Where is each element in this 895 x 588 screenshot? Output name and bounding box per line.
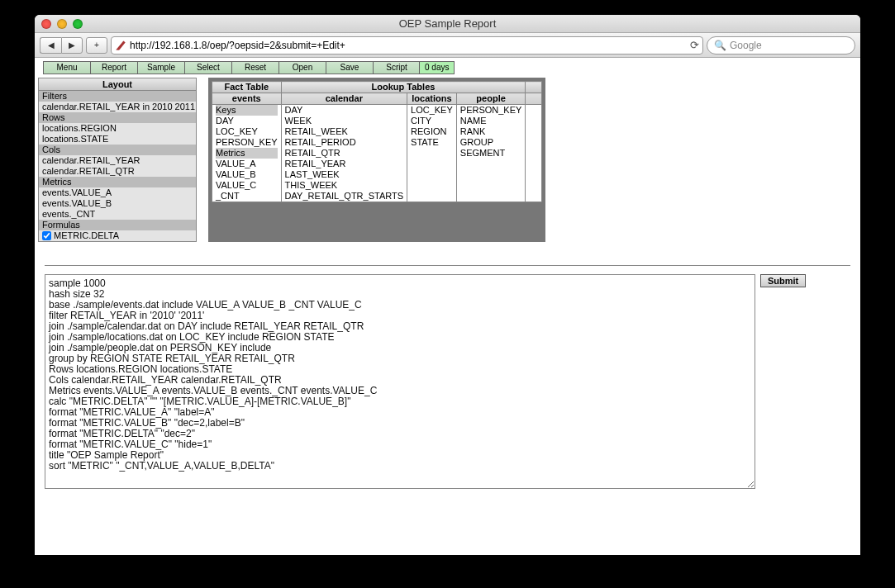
- search-icon: 🔍: [714, 40, 726, 51]
- url-text: http://192.168.1.8/oep/?oepsid=2&submit=…: [130, 40, 345, 51]
- layout-section-metrics[interactable]: Metrics: [39, 177, 196, 187]
- menu-open[interactable]: Open: [278, 61, 326, 74]
- layout-item[interactable]: locations.REGION: [39, 123, 196, 134]
- close-icon[interactable]: [41, 19, 51, 29]
- site-icon: [115, 40, 126, 51]
- lookup-tables-header: Lookup Tables: [281, 82, 526, 93]
- submit-button[interactable]: Submit: [760, 274, 806, 287]
- blank-sub: [526, 93, 542, 105]
- menu-sample[interactable]: Sample: [137, 61, 185, 74]
- layout-item[interactable]: events.VALUE_B: [39, 198, 196, 209]
- layout-header: Layout: [39, 78, 196, 91]
- add-bookmark-button[interactable]: +: [86, 37, 107, 54]
- menu-select[interactable]: Select: [184, 61, 232, 74]
- minimize-icon[interactable]: [57, 19, 67, 29]
- fact-table-header: Fact Table: [212, 82, 282, 93]
- locations-columns[interactable]: LOC_KEYCITYREGIONSTATE: [407, 105, 457, 202]
- layout-item[interactable]: events.VALUE_A: [39, 187, 196, 198]
- menu-menu[interactable]: Menu: [43, 61, 91, 74]
- lookup-people[interactable]: people: [456, 93, 526, 105]
- layout-item[interactable]: calendar.RETAIL_YEAR: [39, 155, 196, 166]
- schema-panel: Fact Table Lookup Tables events calendar…: [208, 78, 545, 242]
- calendar-columns[interactable]: DAYWEEKRETAIL_WEEKRETAIL_PERIODRETAIL_QT…: [281, 105, 407, 202]
- fact-name[interactable]: events: [212, 93, 282, 105]
- layout-item[interactable]: METRIC.DELTA: [39, 230, 196, 241]
- titlebar: OEP Sample Report: [35, 15, 860, 33]
- refresh-icon[interactable]: ⟳: [690, 39, 699, 51]
- back-button[interactable]: ◀: [40, 37, 61, 54]
- layout-section-rows[interactable]: Rows: [39, 112, 196, 123]
- script-textarea[interactable]: [45, 274, 755, 489]
- layout-section-cols[interactable]: Cols: [39, 145, 196, 155]
- blank-header: [526, 82, 542, 93]
- menu-report[interactable]: Report: [90, 61, 138, 74]
- app-window: OEP Sample Report ◀ ▶ + http://192.168.1…: [35, 15, 860, 555]
- url-bar[interactable]: http://192.168.1.8/oep/?oepsid=2&submit=…: [111, 36, 703, 55]
- app-menu: Menu Report Sample Select Reset Open Sav…: [43, 61, 420, 74]
- zoom-icon[interactable]: [73, 19, 83, 29]
- search-placeholder: Google: [730, 40, 762, 51]
- days-badge: 0 days: [419, 61, 455, 74]
- browser-toolbar: ◀ ▶ + http://192.168.1.8/oep/?oepsid=2&s…: [35, 33, 860, 58]
- layout-section-filters[interactable]: Filters: [39, 91, 196, 102]
- layout-section-formulas[interactable]: Formulas: [39, 220, 196, 230]
- layout-panel: Layout Filterscalendar.RETAIL_YEAR in 20…: [38, 78, 197, 242]
- menu-save[interactable]: Save: [326, 61, 374, 74]
- layout-item[interactable]: locations.STATE: [39, 134, 196, 145]
- blank-cell: [526, 105, 542, 202]
- window-title: OEP Sample Report: [35, 17, 860, 30]
- layout-item[interactable]: events._CNT: [39, 209, 196, 220]
- fact-columns[interactable]: KeysDAYLOC_KEYPERSON_KEYMetricsVALUE_AVA…: [212, 105, 282, 202]
- people-columns[interactable]: PERSON_KEYNAMERANKGROUPSEGMENT: [456, 105, 526, 202]
- layout-item[interactable]: calendar.RETAIL_YEAR in 2010 2011: [39, 102, 196, 112]
- search-input[interactable]: 🔍 Google: [707, 36, 855, 55]
- layout-item[interactable]: calendar.RETAIL_QTR: [39, 166, 196, 177]
- formula-checkbox[interactable]: [42, 231, 51, 240]
- forward-button[interactable]: ▶: [61, 37, 83, 54]
- menu-script[interactable]: Script: [373, 61, 421, 74]
- lookup-calendar[interactable]: calendar: [281, 93, 407, 105]
- menu-reset[interactable]: Reset: [231, 61, 279, 74]
- lookup-locations[interactable]: locations: [407, 93, 457, 105]
